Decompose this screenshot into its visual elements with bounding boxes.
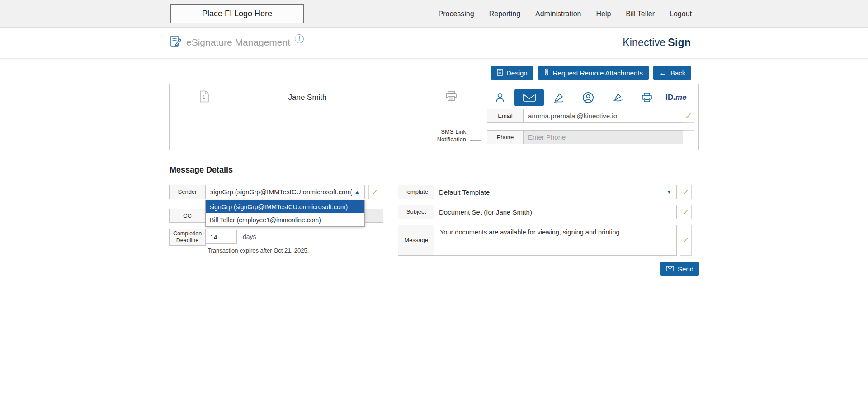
title-wrap: eSignature Management i: [170, 35, 304, 50]
sender-value: signGrp (signGrp@IMMTestCU.onmicrosoft.c…: [210, 188, 352, 196]
template-label: Template: [398, 185, 434, 199]
sender-option-bill-teller[interactable]: Bill Teller (employee1@immonline.com): [206, 213, 364, 226]
request-remote-attachments-label: Request Remote Attachments: [553, 69, 643, 77]
nav-processing[interactable]: Processing: [439, 10, 474, 18]
cc-check-placeholder: [364, 209, 383, 223]
sender-label: Sender: [169, 185, 206, 199]
document-count-icon: 1: [199, 90, 209, 104]
check-icon: ✓: [685, 112, 692, 120]
idme-logo: ID.me: [665, 93, 686, 102]
template-value: Default Template: [439, 188, 664, 196]
chevron-down-icon: ▼: [666, 189, 672, 195]
method-in-person-icon[interactable]: [485, 89, 514, 106]
nav-reporting[interactable]: Reporting: [489, 10, 520, 18]
sms-link-notification-label: SMS Link Notification: [432, 128, 466, 144]
fi-logo-placeholder: Place FI Logo Here: [170, 4, 304, 23]
sender-option-signgrp[interactable]: signGrp (signGrp@IMMTestCU.onmicrosoft.c…: [206, 200, 364, 213]
method-signature-icon[interactable]: [603, 89, 632, 106]
recipient-email-input[interactable]: [523, 109, 683, 123]
message-valid-check: ✓: [680, 225, 692, 256]
method-esign-pen-icon[interactable]: [544, 89, 573, 106]
phone-label: Phone: [487, 130, 524, 144]
brand-product: Sign: [668, 37, 691, 48]
method-idme-icon[interactable]: ID.me: [661, 89, 691, 106]
completion-deadline-label: Completion Deadline: [169, 229, 206, 246]
message-details-heading: Message Details: [170, 165, 233, 175]
email-valid-check: ✓: [683, 109, 694, 123]
paperclip-icon: [544, 68, 549, 77]
method-identity-verification-icon[interactable]: [573, 89, 603, 106]
back-button-label: Back: [670, 69, 685, 77]
back-arrow-icon: ←: [659, 69, 667, 77]
delivery-methods: ID.me: [485, 89, 691, 106]
fi-logo-text: Place FI Logo Here: [202, 9, 272, 19]
nav-administration[interactable]: Administration: [535, 10, 581, 18]
header-band: eSignature Management i KinectiveSign: [0, 28, 868, 58]
brand-logo: KinectiveSign: [623, 37, 691, 49]
print-icon[interactable]: [445, 90, 457, 103]
method-email-delivery-icon[interactable]: [514, 89, 544, 106]
subject-input[interactable]: [434, 205, 677, 219]
check-icon: ✓: [682, 236, 689, 244]
design-button-label: Design: [506, 69, 528, 77]
top-bar: Place FI Logo Here Processing Reporting …: [0, 0, 868, 28]
check-icon: ✓: [371, 188, 378, 196]
method-fax-icon[interactable]: [632, 89, 661, 106]
message-textarea[interactable]: Your documents are available for viewing…: [434, 225, 677, 256]
esignature-doc-pencil-icon: [170, 35, 182, 50]
email-label: Email: [487, 109, 524, 123]
send-button-label: Send: [678, 265, 693, 273]
cc-label: CC: [169, 209, 206, 223]
nav-help[interactable]: Help: [596, 10, 611, 18]
sender-dropdown-list: signGrp (signGrp@IMMTestCU.onmicrosoft.c…: [205, 200, 365, 227]
recipient-phone-input[interactable]: [523, 130, 683, 144]
design-button[interactable]: Design: [491, 66, 533, 80]
action-buttons: Design Request Remote Attachments ← Back: [491, 66, 691, 80]
brand-name: Kinective: [623, 37, 665, 48]
phone-check-placeholder: [683, 130, 694, 144]
sender-dropdown[interactable]: signGrp (signGrp@IMMTestCU.onmicrosoft.c…: [205, 185, 365, 199]
top-nav: Processing Reporting Administration Help…: [439, 0, 692, 28]
recipient-name: Jane Smith: [249, 93, 366, 102]
nav-logout[interactable]: Logout: [670, 10, 692, 18]
subject-valid-check: ✓: [680, 205, 692, 219]
subject-label: Subject: [398, 205, 434, 219]
page-title: eSignature Management: [186, 37, 290, 48]
svg-text:1: 1: [203, 94, 205, 100]
design-doc-icon: [497, 69, 503, 77]
transaction-expiry-note: Transaction expires after Oct 21, 2025.: [208, 247, 309, 254]
template-dropdown[interactable]: Default Template ▼: [434, 185, 677, 199]
info-icon[interactable]: i: [295, 34, 304, 43]
sms-notification-checkbox[interactable]: [470, 130, 481, 141]
nav-user-bill-teller[interactable]: Bill Teller: [626, 10, 655, 18]
recipient-card: 1 Jane Smith: [169, 84, 699, 150]
send-button[interactable]: Send: [660, 262, 699, 276]
send-envelope-icon: [666, 265, 674, 273]
message-label: Message: [398, 225, 434, 256]
check-icon: ✓: [682, 208, 689, 216]
deadline-unit-label: days: [243, 233, 256, 240]
sender-valid-check: ✓: [368, 185, 381, 199]
check-icon: ✓: [682, 188, 689, 196]
request-remote-attachments-button[interactable]: Request Remote Attachments: [538, 66, 649, 80]
completion-deadline-input[interactable]: [205, 230, 237, 244]
back-button[interactable]: ← Back: [653, 66, 691, 80]
template-valid-check: ✓: [680, 185, 692, 199]
chevron-up-icon: ▲: [354, 189, 360, 195]
esignature-page: Place FI Logo Here Processing Reporting …: [0, 0, 868, 407]
